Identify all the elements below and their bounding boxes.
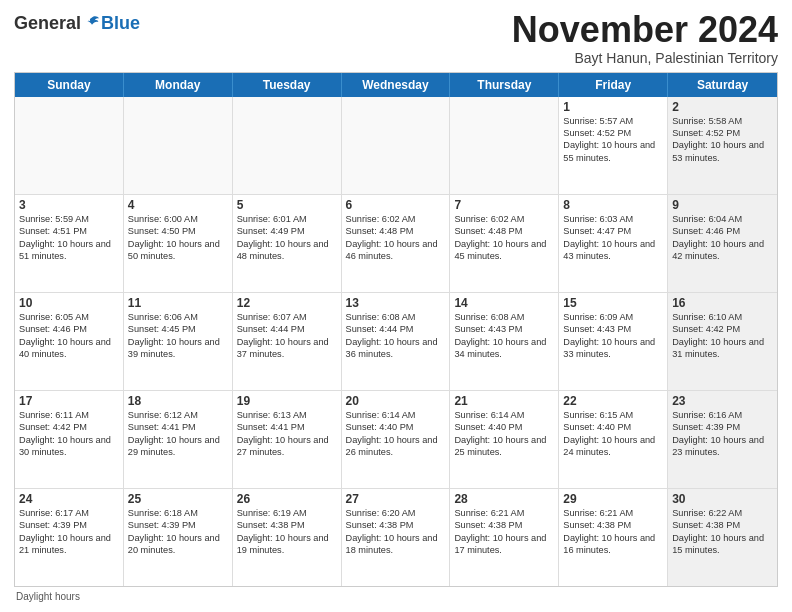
location: Bayt Hanun, Palestinian Territory (512, 50, 778, 66)
day-detail: Sunrise: 6:21 AM Sunset: 4:38 PM Dayligh… (563, 507, 663, 557)
cal-cell: 4Sunrise: 6:00 AM Sunset: 4:50 PM Daylig… (124, 195, 233, 292)
cal-cell: 11Sunrise: 6:06 AM Sunset: 4:45 PM Dayli… (124, 293, 233, 390)
logo-bird-icon (83, 14, 101, 32)
day-detail: Sunrise: 6:12 AM Sunset: 4:41 PM Dayligh… (128, 409, 228, 459)
day-detail: Sunrise: 6:02 AM Sunset: 4:48 PM Dayligh… (454, 213, 554, 263)
day-detail: Sunrise: 6:19 AM Sunset: 4:38 PM Dayligh… (237, 507, 337, 557)
cal-cell (450, 97, 559, 194)
cal-header-saturday: Saturday (668, 73, 777, 97)
day-number: 19 (237, 394, 337, 408)
cal-header-friday: Friday (559, 73, 668, 97)
cal-cell: 2Sunrise: 5:58 AM Sunset: 4:52 PM Daylig… (668, 97, 777, 194)
logo-general-text: General (14, 14, 81, 32)
cal-header-monday: Monday (124, 73, 233, 97)
day-detail: Sunrise: 6:03 AM Sunset: 4:47 PM Dayligh… (563, 213, 663, 263)
day-number: 20 (346, 394, 446, 408)
day-number: 26 (237, 492, 337, 506)
cal-cell: 9Sunrise: 6:04 AM Sunset: 4:46 PM Daylig… (668, 195, 777, 292)
cal-cell: 28Sunrise: 6:21 AM Sunset: 4:38 PM Dayli… (450, 489, 559, 586)
day-number: 14 (454, 296, 554, 310)
day-number: 29 (563, 492, 663, 506)
title-block: November 2024 Bayt Hanun, Palestinian Te… (512, 10, 778, 66)
calendar-header: SundayMondayTuesdayWednesdayThursdayFrid… (15, 73, 777, 97)
cal-header-thursday: Thursday (450, 73, 559, 97)
day-number: 15 (563, 296, 663, 310)
day-detail: Sunrise: 6:15 AM Sunset: 4:40 PM Dayligh… (563, 409, 663, 459)
day-number: 23 (672, 394, 773, 408)
cal-cell: 22Sunrise: 6:15 AM Sunset: 4:40 PM Dayli… (559, 391, 668, 488)
day-number: 9 (672, 198, 773, 212)
page: General Blue November 2024 Bayt Hanun, P… (0, 0, 792, 612)
day-number: 27 (346, 492, 446, 506)
month-title: November 2024 (512, 10, 778, 50)
cal-cell: 25Sunrise: 6:18 AM Sunset: 4:39 PM Dayli… (124, 489, 233, 586)
cal-cell: 3Sunrise: 5:59 AM Sunset: 4:51 PM Daylig… (15, 195, 124, 292)
day-number: 18 (128, 394, 228, 408)
cal-cell: 20Sunrise: 6:14 AM Sunset: 4:40 PM Dayli… (342, 391, 451, 488)
day-detail: Sunrise: 5:59 AM Sunset: 4:51 PM Dayligh… (19, 213, 119, 263)
day-number: 30 (672, 492, 773, 506)
cal-cell: 1Sunrise: 5:57 AM Sunset: 4:52 PM Daylig… (559, 97, 668, 194)
cal-cell: 15Sunrise: 6:09 AM Sunset: 4:43 PM Dayli… (559, 293, 668, 390)
day-detail: Sunrise: 6:14 AM Sunset: 4:40 PM Dayligh… (346, 409, 446, 459)
cal-cell: 17Sunrise: 6:11 AM Sunset: 4:42 PM Dayli… (15, 391, 124, 488)
cal-header-tuesday: Tuesday (233, 73, 342, 97)
day-detail: Sunrise: 6:06 AM Sunset: 4:45 PM Dayligh… (128, 311, 228, 361)
cal-cell (124, 97, 233, 194)
cal-cell: 6Sunrise: 6:02 AM Sunset: 4:48 PM Daylig… (342, 195, 451, 292)
day-number: 25 (128, 492, 228, 506)
day-detail: Sunrise: 6:14 AM Sunset: 4:40 PM Dayligh… (454, 409, 554, 459)
cal-cell: 30Sunrise: 6:22 AM Sunset: 4:38 PM Dayli… (668, 489, 777, 586)
calendar: SundayMondayTuesdayWednesdayThursdayFrid… (14, 72, 778, 587)
day-detail: Sunrise: 6:09 AM Sunset: 4:43 PM Dayligh… (563, 311, 663, 361)
day-detail: Sunrise: 6:20 AM Sunset: 4:38 PM Dayligh… (346, 507, 446, 557)
day-detail: Sunrise: 6:01 AM Sunset: 4:49 PM Dayligh… (237, 213, 337, 263)
day-number: 7 (454, 198, 554, 212)
day-detail: Sunrise: 6:18 AM Sunset: 4:39 PM Dayligh… (128, 507, 228, 557)
cal-cell: 27Sunrise: 6:20 AM Sunset: 4:38 PM Dayli… (342, 489, 451, 586)
cal-cell: 24Sunrise: 6:17 AM Sunset: 4:39 PM Dayli… (15, 489, 124, 586)
day-detail: Sunrise: 6:07 AM Sunset: 4:44 PM Dayligh… (237, 311, 337, 361)
cal-cell: 26Sunrise: 6:19 AM Sunset: 4:38 PM Dayli… (233, 489, 342, 586)
day-detail: Sunrise: 6:22 AM Sunset: 4:38 PM Dayligh… (672, 507, 773, 557)
cal-cell: 10Sunrise: 6:05 AM Sunset: 4:46 PM Dayli… (15, 293, 124, 390)
header: General Blue November 2024 Bayt Hanun, P… (14, 10, 778, 66)
day-number: 11 (128, 296, 228, 310)
cal-header-sunday: Sunday (15, 73, 124, 97)
cal-week-5: 24Sunrise: 6:17 AM Sunset: 4:39 PM Dayli… (15, 489, 777, 586)
logo: General Blue (14, 10, 140, 32)
footer-note: Daylight hours (14, 591, 778, 602)
cal-cell (342, 97, 451, 194)
day-detail: Sunrise: 6:08 AM Sunset: 4:43 PM Dayligh… (454, 311, 554, 361)
day-number: 10 (19, 296, 119, 310)
cal-cell: 7Sunrise: 6:02 AM Sunset: 4:48 PM Daylig… (450, 195, 559, 292)
cal-week-3: 10Sunrise: 6:05 AM Sunset: 4:46 PM Dayli… (15, 293, 777, 391)
day-number: 3 (19, 198, 119, 212)
day-detail: Sunrise: 5:57 AM Sunset: 4:52 PM Dayligh… (563, 115, 663, 165)
day-number: 5 (237, 198, 337, 212)
logo-blue-text: Blue (101, 14, 140, 32)
day-detail: Sunrise: 6:02 AM Sunset: 4:48 PM Dayligh… (346, 213, 446, 263)
cal-cell: 21Sunrise: 6:14 AM Sunset: 4:40 PM Dayli… (450, 391, 559, 488)
day-detail: Sunrise: 6:00 AM Sunset: 4:50 PM Dayligh… (128, 213, 228, 263)
day-detail: Sunrise: 6:11 AM Sunset: 4:42 PM Dayligh… (19, 409, 119, 459)
day-number: 21 (454, 394, 554, 408)
day-number: 4 (128, 198, 228, 212)
day-detail: Sunrise: 6:21 AM Sunset: 4:38 PM Dayligh… (454, 507, 554, 557)
day-number: 1 (563, 100, 663, 114)
day-detail: Sunrise: 6:08 AM Sunset: 4:44 PM Dayligh… (346, 311, 446, 361)
cal-cell: 12Sunrise: 6:07 AM Sunset: 4:44 PM Dayli… (233, 293, 342, 390)
day-detail: Sunrise: 6:17 AM Sunset: 4:39 PM Dayligh… (19, 507, 119, 557)
day-number: 17 (19, 394, 119, 408)
day-detail: Sunrise: 6:04 AM Sunset: 4:46 PM Dayligh… (672, 213, 773, 263)
day-number: 6 (346, 198, 446, 212)
day-detail: Sunrise: 5:58 AM Sunset: 4:52 PM Dayligh… (672, 115, 773, 165)
cal-header-wednesday: Wednesday (342, 73, 451, 97)
day-detail: Sunrise: 6:10 AM Sunset: 4:42 PM Dayligh… (672, 311, 773, 361)
day-detail: Sunrise: 6:16 AM Sunset: 4:39 PM Dayligh… (672, 409, 773, 459)
cal-cell: 19Sunrise: 6:13 AM Sunset: 4:41 PM Dayli… (233, 391, 342, 488)
calendar-body: 1Sunrise: 5:57 AM Sunset: 4:52 PM Daylig… (15, 97, 777, 586)
daylight-label: Daylight hours (16, 591, 80, 602)
cal-cell: 16Sunrise: 6:10 AM Sunset: 4:42 PM Dayli… (668, 293, 777, 390)
cal-week-4: 17Sunrise: 6:11 AM Sunset: 4:42 PM Dayli… (15, 391, 777, 489)
